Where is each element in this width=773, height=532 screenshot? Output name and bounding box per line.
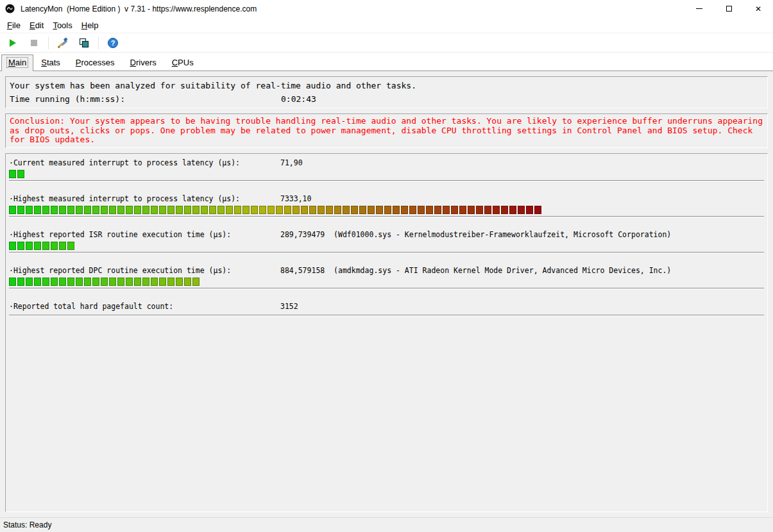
conclusion-box: Conclusion: Your system appears to be ha… [5, 113, 768, 148]
tab-processes[interactable]: Processes [68, 55, 123, 71]
tab-stats[interactable]: Stats [33, 55, 68, 71]
svg-text:?: ? [111, 39, 115, 47]
stat-row: ·Current measured interrupt to process l… [9, 158, 764, 181]
status-bar: Status: Ready [0, 517, 773, 532]
menu-bar: File Edit Tools Help [0, 17, 773, 33]
stats-list: ·Current measured interrupt to process l… [9, 158, 764, 316]
time-running-row: Time running (h:mm:ss): 0:02:43 [10, 92, 763, 106]
stat-value: 3152 [280, 301, 298, 312]
latencymon-app-icon [5, 4, 15, 14]
stat-value: 289,739479 (Wdf01000.sys - Kernelmodustr… [280, 229, 671, 240]
tab-drivers-label: Drivers [130, 58, 157, 67]
tab-drivers[interactable]: Drivers [123, 55, 164, 71]
toolbar: ? [0, 33, 773, 53]
bar-track-line [9, 180, 764, 181]
help-button[interactable]: ? [104, 35, 122, 51]
close-icon: ✕ [755, 5, 761, 13]
tab-cpus-label: CPUs [172, 58, 194, 67]
stat-row: ·Highest measured interrupt to process l… [9, 194, 764, 217]
menu-edit[interactable]: Edit [25, 19, 48, 32]
stat-label: ·Highest reported ISR routine execution … [9, 230, 231, 239]
latencymon-window: LatencyMon (Home Edition ) v 7.31 - http… [0, 0, 773, 532]
minimize-icon [696, 8, 702, 9]
play-icon [8, 38, 18, 48]
stop-icon [29, 38, 39, 48]
maximize-icon [726, 6, 732, 12]
stats-box: ·Current measured interrupt to process l… [5, 153, 768, 513]
menu-help[interactable]: Help [77, 19, 103, 32]
latency-level-bar [9, 170, 764, 179]
stat-label: ·Highest measured interrupt to process l… [9, 194, 240, 203]
latency-level-bar [9, 242, 764, 251]
latency-level-bar [9, 206, 764, 215]
bar-track-line [9, 216, 764, 217]
time-running-value: 0:02:43 [281, 92, 316, 106]
titlebar: LatencyMon (Home Edition ) v 7.31 - http… [0, 0, 773, 17]
help-icon: ? [107, 37, 119, 49]
tools-icon [57, 37, 69, 49]
bar-track-line [9, 315, 764, 316]
analysis-box: Your system has been analyzed for suitab… [5, 76, 768, 108]
tab-stats-label: Stats [41, 58, 60, 67]
window-title: LatencyMon (Home Edition ) v 7.31 - http… [21, 4, 257, 13]
options-button[interactable] [54, 35, 72, 51]
menu-file[interactable]: File [3, 19, 25, 32]
latency-level-bar [9, 278, 764, 287]
minimize-button[interactable] [684, 0, 714, 17]
stat-label: ·Reported total hard pagefault count: [9, 302, 173, 311]
close-button[interactable]: ✕ [743, 0, 773, 17]
window-controls: ✕ [684, 0, 773, 17]
stop-monitor-button[interactable] [25, 35, 43, 51]
stat-label: ·Current measured interrupt to process l… [9, 158, 240, 167]
start-monitor-button[interactable] [4, 35, 22, 51]
stat-label: ·Highest reported DPC routine execution … [9, 266, 231, 275]
bar-track-line [9, 252, 764, 253]
stat-row: ·Highest reported DPC routine execution … [9, 265, 764, 289]
maximize-button[interactable] [714, 0, 743, 17]
menu-tools[interactable]: Tools [48, 19, 76, 32]
tab-processes-label: Processes [76, 58, 115, 67]
tab-cpus[interactable]: CPUs [164, 55, 201, 71]
analysis-summary: Your system has been analyzed for suitab… [10, 79, 763, 92]
status-text: Status: Ready [3, 520, 51, 529]
bar-track-line [9, 288, 764, 289]
stat-value: 884,579158 (amdkmdag.sys - ATI Radeon Ke… [280, 265, 671, 276]
conclusion-text: Conclusion: Your system appears to be ha… [10, 117, 763, 145]
stat-value: 71,90 [280, 158, 303, 168]
stat-value: 7333,10 [280, 194, 311, 204]
stat-row: ·Reported total hard pagefault count:315… [9, 301, 764, 316]
copy-report-button[interactable] [75, 35, 93, 51]
tab-main[interactable]: Main [1, 54, 33, 71]
copy-icon [78, 37, 90, 49]
toolbar-separator [98, 37, 99, 49]
toolbar-separator [48, 37, 49, 49]
tab-main-label: Main [7, 58, 28, 67]
tab-strip: Main Stats Processes Drivers CPUs [0, 53, 773, 71]
stat-row: ·Highest reported ISR routine execution … [9, 229, 764, 253]
time-running-label: Time running (h:mm:ss): [10, 94, 125, 104]
main-tab-page: Your system has been analyzed for suitab… [0, 71, 773, 517]
